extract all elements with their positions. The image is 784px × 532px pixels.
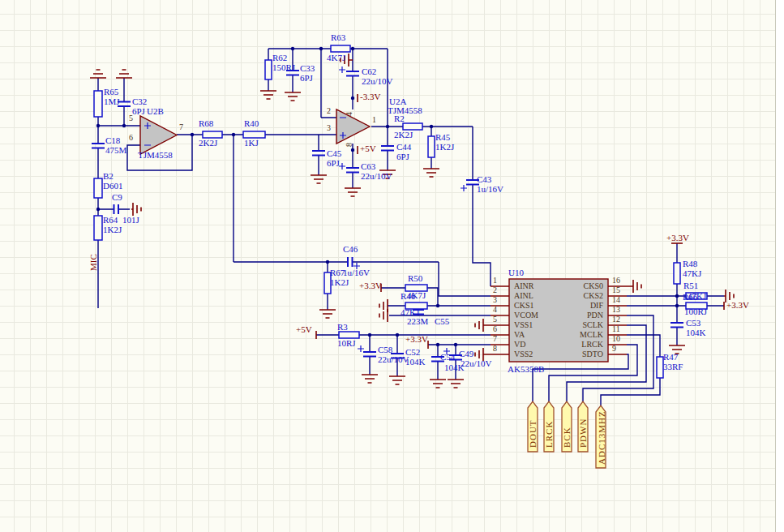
label-7-80[interactable]: 7 [179,123,183,131]
u10-pin-number-13: 13 [612,306,620,314]
label-1kj-18[interactable]: 1KJ [244,139,259,148]
label-22u10v-26[interactable]: 22u/10V [362,77,393,86]
u10-pin-name-dif: DIF [512,302,603,310]
label-22u10v-58[interactable]: 22u/10V [378,355,409,364]
label-c63-35[interactable]: C63 [361,162,375,171]
label-c45-32[interactable]: C45 [327,149,341,158]
label-tjm4558-5[interactable]: TJM4558 [138,151,173,160]
label-2k2j-16[interactable]: 2K2J [199,139,217,148]
label-4k7j-24[interactable]: 4K7J [327,54,345,62]
label-4-84[interactable]: 4 [345,112,353,116]
label-47kj-68[interactable]: 47KJ [683,269,701,278]
label-r46-50[interactable]: R46 [401,292,415,301]
label-33rf-77[interactable]: 33RF [663,363,683,371]
label-r65-0[interactable]: R65 [104,88,118,97]
label-r2-30[interactable]: R2 [394,114,405,123]
u10-pin-number-14: 14 [612,296,620,304]
label-c18-6[interactable]: C18 [105,136,120,145]
label-r47-76[interactable]: R47 [663,353,678,362]
label-r64-11[interactable]: R64 [103,216,118,225]
u10-pin-name-sdto: SDTO [512,350,603,358]
label-6pj-22[interactable]: 6PJ [300,74,313,83]
label-6-79[interactable]: 6 [129,134,133,142]
u10-part-number[interactable]: AK5358B [508,365,544,374]
label-6pj-38[interactable]: 6PJ [396,152,409,161]
port-label-pdwn[interactable]: PDWN [579,418,588,448]
label-1u16v-42[interactable]: 1u/16V [477,185,503,194]
port-label-lrck[interactable]: LRCK [545,421,554,448]
label-101j-12[interactable]: 101J [122,216,139,225]
label-1u16v-45[interactable]: 1u/16V [343,268,370,277]
label-r3-55[interactable]: R3 [337,323,348,332]
label-223m-52[interactable]: 223M [407,317,428,326]
port-label-bck[interactable]: BCK [563,427,572,448]
label-r66-71[interactable]: R66 [683,293,697,302]
label-c53-74[interactable]: C53 [686,319,700,328]
label-c9-10[interactable]: C9 [112,193,122,202]
label-+3.3v-47[interactable]: +3.3V [359,281,382,290]
label-c44-37[interactable]: C44 [396,143,411,152]
label-r45-39[interactable]: R45 [435,133,450,142]
label-+3.3v-73[interactable]: +3.3V [726,301,749,310]
u10-pin-name-mclk: MCLK [512,331,603,339]
label-r63-23[interactable]: R63 [331,33,345,42]
u10-pin-number-3: 3 [493,296,497,304]
label-+5v-54[interactable]: +5V [296,325,312,334]
u10-pin-name-sclk: SCLK [512,321,603,329]
label-r68-15[interactable]: R68 [199,119,213,128]
label-r40-17[interactable]: R40 [244,119,259,128]
label-3-82[interactable]: 3 [327,124,331,132]
label-tjm4558-29[interactable]: TJM4558 [388,106,422,115]
label-+3.3v-66[interactable]: +3.3V [666,234,689,242]
label-2k2j-31[interactable]: 2K2J [394,131,413,139]
label-1-83[interactable]: 1 [372,116,376,124]
opamp-u2b[interactable] [140,116,177,154]
label-5-78[interactable]: 5 [129,114,133,122]
label-b2-8[interactable]: B2 [103,172,114,181]
label-c52-59[interactable]: C52 [405,348,420,357]
label-1mj-1[interactable]: 1MJ [104,97,120,106]
label-1k2j-13[interactable]: 1K2J [103,225,122,234]
u10-pin-number-1: 1 [493,277,497,285]
label-8-85[interactable]: 8 [345,143,353,147]
label-c58-57[interactable]: C58 [378,345,392,354]
u10-pin-name-cks2: CKS2 [512,292,603,300]
label-1k2j-40[interactable]: 1K2J [435,143,454,152]
label-6pj-33[interactable]: 6PJ [327,159,340,168]
label-r62-19[interactable]: R62 [272,54,287,62]
label-c49-64[interactable]: C49 [459,350,473,358]
label-r48-67[interactable]: R48 [683,260,697,268]
label-150rj-20[interactable]: 150RJ [272,63,295,72]
label-10rj-56[interactable]: 10RJ [337,339,356,348]
label-22u10v-65[interactable]: 22u/10V [461,359,492,368]
label-mic-14[interactable]: MIC [89,254,98,271]
u10-designator[interactable]: U10 [508,268,524,277]
label-d601-9[interactable]: D601 [103,182,122,191]
label-104k-75[interactable]: 104K [686,328,705,337]
label-2-81[interactable]: 2 [327,107,331,115]
label-22u10v-36[interactable]: 22u/10V [361,172,392,181]
schematic-canvas[interactable]: R651MJC326PJU2BTJM4558C18475MB2D601C9R64… [0,0,784,532]
label-6pj-3[interactable]: 6PJ [132,107,145,116]
label-c55-53[interactable]: C55 [435,317,449,326]
label-104k-60[interactable]: 104K [405,358,425,367]
label-+3.3v-61[interactable]: +3.3V [405,335,428,344]
label-c54-62[interactable]: C54 [440,353,455,362]
label-475m-7[interactable]: 475M [105,146,126,155]
sheet-edge [775,0,784,532]
label--3.3v-27[interactable]: -3.3V [360,92,380,101]
port-label-adc13mhz[interactable]: ADC13MHZ [598,410,606,465]
label-r50-48[interactable]: R50 [408,274,422,283]
label-+5v-34[interactable]: +5V [360,144,376,153]
label-r51-69[interactable]: R51 [683,281,698,290]
label-c43-41[interactable]: C43 [477,175,491,184]
label-100rj-72[interactable]: 100RJ [684,307,707,316]
label-u2b-4[interactable]: U2B [147,107,164,116]
label-c46-43[interactable]: C46 [343,245,358,254]
label-c33-21[interactable]: C33 [300,64,315,73]
label-1k2j-46[interactable]: 1K2J [330,278,349,287]
port-label-dout[interactable]: DOUT [529,419,538,448]
label-c62-25[interactable]: C62 [362,67,376,76]
u10-pin-number-11: 11 [612,325,620,333]
label-c32-2[interactable]: C32 [132,97,147,106]
